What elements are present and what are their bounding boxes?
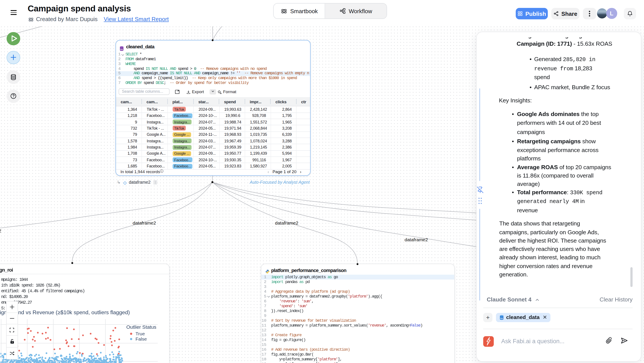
svg-text:SQL: SQL [500,317,504,319]
